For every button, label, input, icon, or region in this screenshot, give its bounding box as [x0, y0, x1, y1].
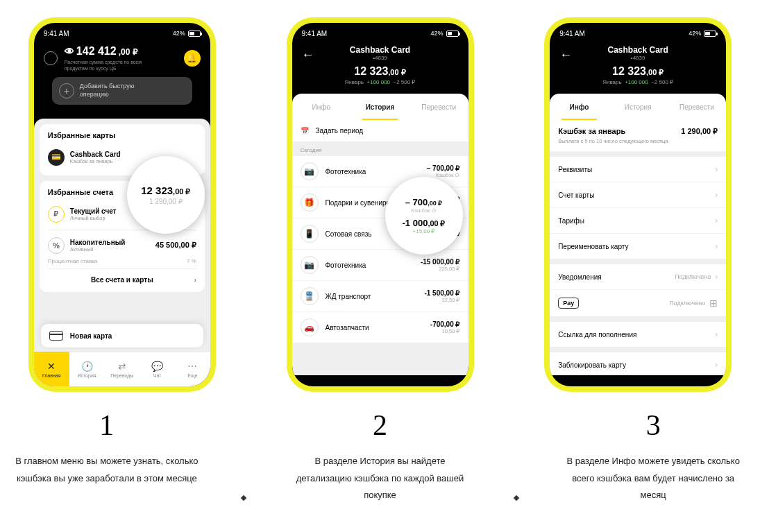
- notifications-row[interactable]: Уведомления Подключено›: [550, 264, 726, 290]
- battery-icon: [446, 31, 459, 37]
- phone-1: 9:41 AM 42% 👁 142 412,00 ₽: [28, 17, 216, 392]
- transaction-row[interactable]: 🚆 ЖД транспорт -1 500,00 ₽22,50 ₽: [292, 281, 468, 312]
- tx-icon: 🎁: [301, 194, 319, 212]
- tx-icon: 📷: [301, 162, 319, 180]
- chevron-right-icon: ›: [715, 360, 718, 370]
- transaction-row[interactable]: 🚗 Автозапчасти -700,00 ₽10,50 ₽: [292, 312, 468, 343]
- info-row[interactable]: Тарифы›: [550, 208, 726, 234]
- refill-link-row[interactable]: Ссылка для пополнения ›: [550, 322, 726, 347]
- tx-icon: 📱: [301, 225, 319, 243]
- chevron-right-icon: ›: [715, 329, 718, 339]
- chevron-right-icon: ›: [715, 190, 718, 200]
- chevron-right-icon: ›: [715, 272, 718, 282]
- bell-icon[interactable]: 🔔: [184, 50, 201, 67]
- plus-icon: +: [59, 83, 74, 98]
- nfc-icon: ⊞: [709, 298, 718, 309]
- tab-chat[interactable]: 💬Чат: [140, 352, 175, 386]
- chevron-right-icon: ›: [715, 216, 718, 225]
- tab-info[interactable]: Инфо: [550, 94, 609, 120]
- status-time: 9:41 AM: [44, 30, 69, 37]
- step-text: В главном меню вы можете узнать, сколько…: [14, 453, 200, 487]
- magnifier-balance: 12 323,00 ₽ 1 290,00 ₽: [127, 156, 205, 234]
- phone-2: 9:41 AM 42% ← Cashback Card •4839 12 323…: [287, 17, 474, 392]
- tab-more[interactable]: ⋯Еще: [175, 352, 210, 386]
- tx-icon: 📷: [301, 256, 319, 274]
- apple-pay-row[interactable]: Pay Подключено⊞: [550, 290, 726, 316]
- back-arrow-icon[interactable]: ←: [559, 48, 572, 62]
- chevron-right-icon: ›: [715, 164, 718, 174]
- tab-info[interactable]: Инфо: [292, 94, 351, 120]
- tab-transfer[interactable]: Перевести: [668, 94, 727, 120]
- info-row[interactable]: Реквизиты›: [550, 157, 726, 182]
- total-balance: 142 412: [76, 45, 117, 58]
- battery-pct: 42%: [173, 30, 185, 37]
- cashback-summary: Кэшбэк за январь 1 290,00 ₽ Выплата с 5 …: [550, 120, 726, 151]
- fav-cards-title: Избранные карты: [48, 131, 196, 139]
- battery-icon: [704, 31, 716, 37]
- cashback-card-icon: 💳: [48, 149, 65, 166]
- step-number: 1: [14, 409, 200, 442]
- apple-pay-icon: Pay: [558, 298, 579, 309]
- tx-icon: 🚆: [301, 287, 319, 305]
- step-text: В разделе История вы найдете детализацию…: [287, 453, 473, 504]
- tab-transfer[interactable]: Перевести: [409, 94, 468, 120]
- percent-icon: %: [48, 237, 65, 254]
- balance-subtitle: Расчетная сумма средств по всем продукта…: [65, 59, 142, 71]
- step-number: 2: [287, 409, 473, 442]
- tab-history[interactable]: История: [609, 94, 668, 120]
- account-row-savings[interactable]: % Накопительный Активный 45 500,00 ₽: [48, 234, 196, 257]
- calendar-icon: 📅: [301, 127, 309, 135]
- info-row[interactable]: Счет карты›: [550, 182, 726, 208]
- magnifier-transactions: – 700,00 ₽ Кэшбэк ⊙ -1 000,00 ₽ +15,00 ₽: [385, 177, 463, 255]
- tab-transfers[interactable]: ⇄Переводы: [104, 352, 140, 386]
- chevron-right-icon: ›: [715, 241, 718, 251]
- step-text: В разделе Инфо можете увидеть сколько вс…: [560, 453, 746, 504]
- block-card-row[interactable]: Заблокировать карту ›: [550, 352, 726, 375]
- divider-diamond: [240, 495, 246, 501]
- set-period[interactable]: 📅 Задать период: [292, 120, 468, 141]
- add-quick-operation[interactable]: + Добавить быструю операцию: [52, 77, 192, 104]
- back-arrow-icon[interactable]: ←: [302, 48, 314, 62]
- section-today: Сегодня: [292, 141, 468, 156]
- new-card-button[interactable]: Новая карта: [41, 324, 203, 347]
- tx-icon: 🚗: [301, 318, 319, 336]
- tab-history[interactable]: История: [351, 94, 409, 120]
- all-accounts-link[interactable]: Все счета и карты ›: [48, 268, 196, 285]
- info-row[interactable]: Переименовать карту›: [550, 234, 726, 259]
- card-title: Cashback Card: [302, 45, 459, 55]
- step-number: 3: [560, 409, 746, 442]
- phone-3: 9:41 AM 42% ← Cashback Card •4839 12 323…: [544, 17, 732, 392]
- eye-icon[interactable]: 👁: [65, 46, 74, 57]
- tab-home[interactable]: ✕Главная: [34, 352, 69, 386]
- transaction-row[interactable]: 📷 Фототехника -15 000,00 ₽225,00 ₽: [292, 250, 468, 281]
- divider-diamond: [514, 495, 519, 501]
- battery-icon: [188, 31, 201, 37]
- tab-history[interactable]: 🕐История: [69, 352, 105, 386]
- chevron-right-icon: ›: [194, 276, 196, 284]
- ruble-icon: ₽: [48, 206, 65, 223]
- card-icon: [49, 331, 63, 341]
- tab-bar: ✕Главная 🕐История ⇄Переводы 💬Чат ⋯Еще: [34, 352, 210, 386]
- reload-icon[interactable]: [44, 51, 58, 65]
